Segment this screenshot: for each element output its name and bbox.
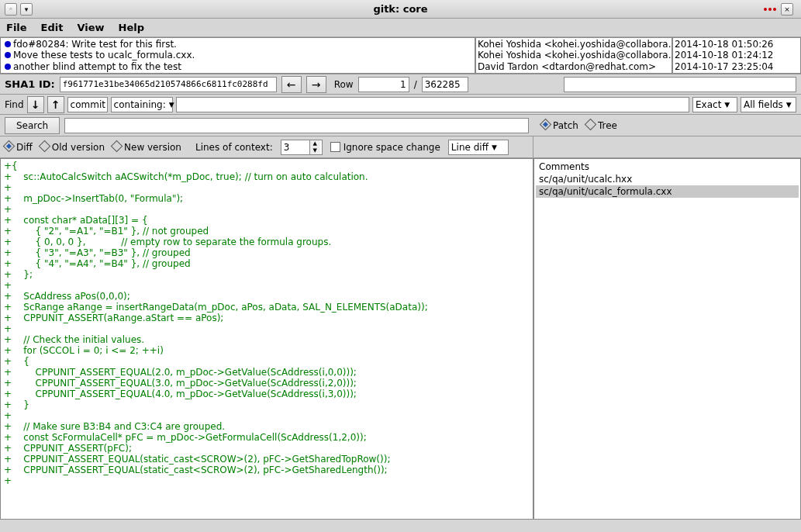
find-scope-combo[interactable]: containing:▼ xyxy=(111,97,173,112)
file-comments[interactable]: Comments xyxy=(536,161,799,173)
window-shade-button[interactable]: ▾ xyxy=(20,3,33,16)
file-item-selected[interactable]: sc/qa/unit/ucalc_formula.cxx xyxy=(536,185,799,198)
ignore-space-check[interactable]: Ignore space change xyxy=(330,142,440,153)
row-input[interactable] xyxy=(358,77,409,92)
menu-file[interactable]: File xyxy=(6,22,27,33)
patch-radio[interactable]: Patch xyxy=(541,120,578,131)
tree-radio[interactable]: Tree xyxy=(586,120,617,131)
search-button[interactable]: Search xyxy=(5,117,60,134)
find-prev-button[interactable]: ↑ xyxy=(47,96,64,113)
row-sep: / xyxy=(414,79,417,90)
menu-help[interactable]: Help xyxy=(119,22,144,33)
lines-label: Lines of context: xyxy=(195,142,273,153)
menu-view[interactable]: View xyxy=(77,22,104,33)
forward-button[interactable]: → xyxy=(306,76,326,93)
newver-radio[interactable]: New version xyxy=(112,142,181,153)
diff-view[interactable]: +{ + sc::AutoCalcSwitch aACSwitch(*m_pDo… xyxy=(0,158,533,520)
diff-radio[interactable]: Diff xyxy=(5,142,33,153)
find-row: Find ↓ ↑ commit containing:▼ Exact▼ All … xyxy=(0,95,801,115)
row-label: Row xyxy=(334,79,354,90)
search-input[interactable] xyxy=(64,118,529,133)
find-label: Find xyxy=(5,99,24,110)
file-item[interactable]: sc/qa/unit/ucalc.hxx xyxy=(536,173,799,185)
sha-input[interactable] xyxy=(60,77,277,92)
titlebar: ◦ ▾ gitk: core × xyxy=(0,0,801,19)
menubar: File Edit View Help xyxy=(0,19,801,37)
window-title: gitk: core xyxy=(373,3,427,15)
row-total xyxy=(422,77,468,92)
date-list[interactable]: 2014-10-18 01:50:26 2014-10-18 01:24:12 … xyxy=(672,37,801,74)
spin-up-icon: ▲ xyxy=(309,140,320,147)
main-area: +{ + sc::AutoCalcSwitch aACSwitch(*m_pDo… xyxy=(0,158,801,520)
find-mode-combo[interactable]: commit xyxy=(67,97,108,112)
bottom-margin xyxy=(0,520,801,532)
oldver-radio[interactable]: Old version xyxy=(40,142,105,153)
lines-spinner[interactable]: ▲▼ xyxy=(281,140,323,155)
find-input[interactable] xyxy=(176,97,689,112)
spin-down-icon: ▼ xyxy=(309,147,320,154)
window-indicator xyxy=(764,8,776,11)
linediff-combo[interactable]: Line diff▼ xyxy=(448,140,509,155)
sha-label: SHA1 ID: xyxy=(5,78,55,90)
find-exact-combo[interactable]: Exact▼ xyxy=(692,97,737,112)
author-list[interactable]: Kohei Yoshida <kohei.yoshida@collabora.c… xyxy=(475,37,672,74)
window-menu-button[interactable]: ◦ xyxy=(5,3,17,16)
find-next-button[interactable]: ↓ xyxy=(27,96,44,113)
search-patch-row: Search Patch Tree xyxy=(0,115,801,136)
find-fields-combo[interactable]: All fields▼ xyxy=(741,97,796,112)
sha-row: SHA1 ID: ← → Row / xyxy=(0,74,801,95)
back-button[interactable]: ← xyxy=(281,76,302,93)
commit-list[interactable]: fdo#80284: Write test for this first. Mo… xyxy=(0,37,475,74)
file-list[interactable]: Comments sc/qa/unit/ucalc.hxx sc/qa/unit… xyxy=(533,158,801,520)
history-panes: fdo#80284: Write test for this first. Mo… xyxy=(0,37,801,74)
close-button[interactable]: × xyxy=(781,3,793,16)
menu-edit[interactable]: Edit xyxy=(41,22,64,33)
status-field xyxy=(564,77,796,92)
